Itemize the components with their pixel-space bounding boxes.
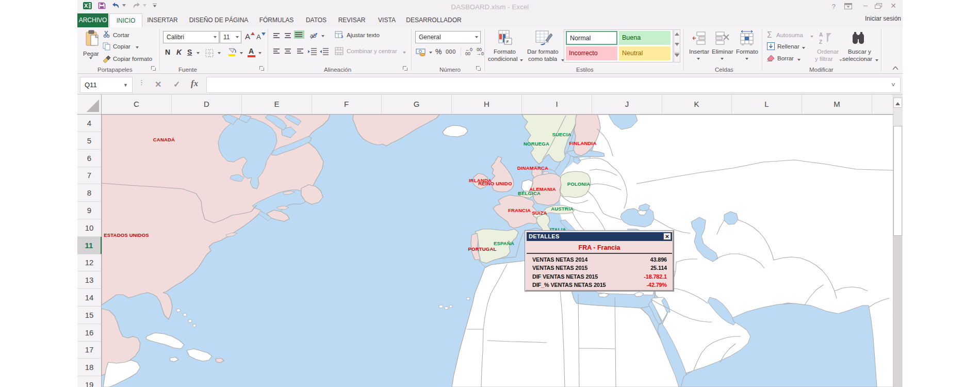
svg-text:ab: ab: [310, 33, 316, 39]
svg-text:X: X: [84, 3, 88, 9]
svg-text:Z: Z: [819, 39, 822, 45]
svg-text:≠: ≠: [506, 39, 509, 44]
svg-text:A: A: [819, 32, 823, 38]
